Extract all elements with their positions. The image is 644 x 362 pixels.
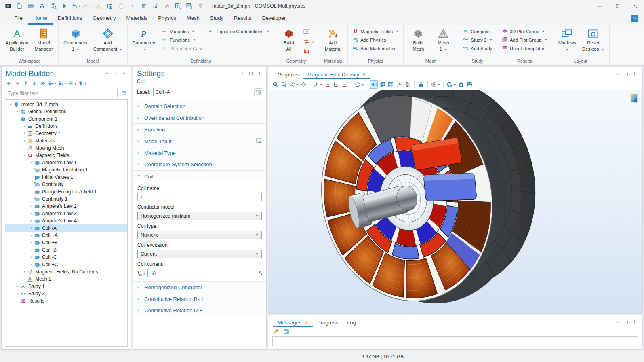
chevron-icon[interactable]: ›: [21, 131, 27, 135]
chevron-icon[interactable]: ›: [8, 102, 13, 107]
label-edit-button[interactable]: [254, 88, 262, 96]
select-box-button[interactable]: [149, 1, 160, 11]
float-panel-button[interactable]: [113, 71, 118, 76]
section-constitutive-relation-d-e[interactable]: ›Constitutive Relation D-E: [133, 305, 266, 316]
view-xy-button[interactable]: xy: [324, 80, 332, 89]
messages-tab-progress[interactable]: Progress: [313, 315, 343, 327]
graphics-tab-magnetic-flux-density[interactable]: Magnetic Flux Density✕: [303, 67, 370, 79]
ribbon-result-templates[interactable]: Result Templates: [500, 44, 549, 52]
section-coordinate-system-selection[interactable]: ›Coordinate System Selection: [133, 159, 266, 170]
move-up-button[interactable]: [22, 79, 30, 87]
collapse-all-button[interactable]: ▼: [57, 79, 67, 87]
chevron-icon[interactable]: ›: [21, 270, 27, 274]
tree-item-continuity[interactable]: D∞Continuity: [5, 181, 127, 188]
view-xz-button[interactable]: xz: [341, 80, 349, 89]
chevron-icon[interactable]: ›: [15, 116, 19, 122]
field-coil-name[interactable]: [137, 193, 262, 201]
zoom-out-button[interactable]: [280, 80, 288, 89]
chevron-icon[interactable]: ›: [15, 284, 20, 288]
graphics-canvas[interactable]: [268, 90, 642, 313]
graphics-tab-graphics[interactable]: Graphics: [273, 67, 303, 79]
tree-item-initial-values-1[interactable]: Initial Values 1: [5, 174, 127, 181]
tree-item-definitions[interactable]: ›Definitions: [5, 123, 127, 130]
environment-button[interactable]: ▼: [446, 80, 457, 89]
nav-forward-button[interactable]: [13, 79, 21, 87]
chevron-icon[interactable]: ›: [28, 263, 34, 267]
rotate-button[interactable]: ▼: [354, 80, 364, 89]
chevron-icon[interactable]: ›: [15, 292, 20, 296]
caret-panel-button[interactable]: [615, 320, 621, 325]
model-input-edit-icon[interactable]: [256, 138, 262, 145]
delete-button[interactable]: [138, 1, 149, 11]
zoom-box-button[interactable]: ▼: [288, 80, 299, 89]
snapshot-button[interactable]: [457, 80, 465, 89]
tree-item-amp-re-s-law-4[interactable]: ›Ampère's Law 4: [5, 217, 127, 224]
pin-panel-button[interactable]: [121, 71, 127, 76]
refresh-button[interactable]: [120, 89, 128, 97]
tree-item-geometry-1[interactable]: ›AGeometry 1: [5, 130, 127, 137]
tree-item-motor-3d-2-mph[interactable]: ›motor_3d_2.mph: [5, 101, 127, 108]
new-file-button[interactable]: [14, 1, 25, 11]
section-equation[interactable]: ›Equation: [133, 123, 266, 135]
tree-item-coil-c[interactable]: ›Coil +C: [5, 261, 127, 268]
color-legend-button[interactable]: [404, 80, 412, 89]
ribbon-model-manager[interactable]: ModelManager: [32, 26, 55, 53]
tree-item-study-1[interactable]: ›Study 1: [5, 283, 127, 290]
pin-panel-button[interactable]: [632, 320, 638, 325]
section-model-input[interactable]: ›Model Input: [133, 135, 266, 147]
chevron-icon[interactable]: ›: [28, 248, 34, 252]
image-effects-button[interactable]: ▼: [430, 80, 441, 89]
chevron-icon[interactable]: ›: [28, 212, 34, 216]
ribbon-variables[interactable]: a=Variables▼: [160, 28, 205, 35]
tree-item-amp-re-s-law-1[interactable]: ›DAmpère's Law 1: [5, 159, 127, 166]
minimize-button[interactable]: [591, 0, 608, 12]
cut-button[interactable]: [93, 1, 104, 11]
chevron-icon[interactable]: ›: [28, 233, 34, 237]
menu-geometry[interactable]: Geometry: [87, 12, 121, 25]
ribbon-add-plot-group[interactable]: Add Plot Group▼: [500, 36, 549, 44]
tree-item-global-definitions[interactable]: ›Global Definitions: [5, 108, 127, 115]
save-button[interactable]: [36, 1, 47, 11]
section-constitutive-relation-b-h[interactable]: ›Constitutive Relation B-H: [133, 293, 266, 305]
menu-study[interactable]: Study: [205, 12, 229, 25]
tree-item-results[interactable]: ›Results: [5, 297, 127, 305]
redo-button[interactable]: ▼: [82, 1, 93, 11]
ribbon-magnetic-fields[interactable]: Magnetic Fields▼: [351, 28, 400, 35]
ribbon-geometry-fence-button[interactable]: [302, 48, 315, 57]
nav-back-button[interactable]: [5, 79, 13, 87]
transparency-button[interactable]: [378, 80, 386, 89]
ribbon-compute[interactable]: Compute: [461, 28, 494, 35]
chevron-icon[interactable]: ›: [28, 241, 34, 245]
filter-input[interactable]: [5, 89, 118, 97]
caret-panel-button[interactable]: [104, 71, 110, 76]
ribbon-study-3[interactable]: Study 3▼: [461, 36, 494, 44]
ribbon-functions[interactable]: f(x)Functions▼: [160, 36, 205, 44]
float-panel-button[interactable]: [623, 72, 629, 77]
chevron-icon[interactable]: ›: [21, 146, 27, 150]
tree-item-magnetic-fields-no-currents[interactable]: ›Magnetic Fields, No Currents: [5, 268, 127, 275]
color-legend-flyout-button[interactable]: [631, 94, 638, 102]
tree-item-continuity-1[interactable]: D∞Continuity 1: [5, 195, 127, 203]
filter-button[interactable]: ▼: [78, 79, 87, 87]
pin-panel-button[interactable]: [257, 71, 262, 76]
ribbon-add-component[interactable]: AddComponent ▼: [91, 26, 124, 53]
zoom-extents-button[interactable]: [299, 80, 307, 89]
chevron-icon[interactable]: ›: [15, 299, 20, 303]
ribbon-parameter-case[interactable]: PiParameter Case: [160, 44, 205, 52]
go-to-view-button[interactable]: ▼: [313, 80, 323, 89]
clear-selection-button[interactable]: [161, 1, 172, 11]
field-coil-current[interactable]: [147, 269, 255, 277]
paste-button[interactable]: [116, 1, 126, 11]
tree-item-gauge-fixing-for-a-field-1[interactable]: Gauge Fixing for A-field 1: [5, 188, 127, 195]
run-button[interactable]: [59, 1, 70, 11]
chevron-icon[interactable]: ›: [21, 124, 27, 128]
tree-item-moving-mesh[interactable]: ›Moving Mesh: [5, 144, 127, 152]
help-button[interactable]: ?: [631, 15, 638, 22]
menu-developer[interactable]: Developer: [257, 12, 291, 25]
ribbon-add-mathematics[interactable]: ΔuAdd Mathematics: [351, 44, 400, 52]
menu-physics[interactable]: Physics: [153, 12, 181, 25]
chevron-icon[interactable]: ›: [28, 226, 34, 230]
undo-button[interactable]: ▼: [70, 1, 81, 11]
ribbon-equation-contributions[interactable]: ΔuEquation Contributions▼: [207, 28, 271, 35]
ribbon-component-1[interactable]: Component1 ▼: [61, 26, 89, 53]
